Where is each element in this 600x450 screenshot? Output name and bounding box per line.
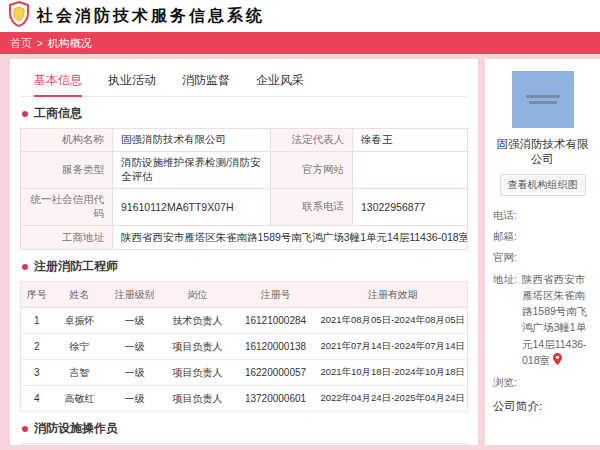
tab-basic-info[interactable]: 基本信息 <box>34 72 82 97</box>
table-row: 1 卓振怀 一级 技术负责人 16121000284 2021年08月05日-2… <box>21 308 468 334</box>
col-name: 姓名 <box>53 444 109 446</box>
address-label: 地址: <box>493 271 522 370</box>
bullet-dot-icon <box>22 264 28 270</box>
cell-name: 徐宁 <box>53 334 107 360</box>
email-value <box>522 228 592 244</box>
col-name: 姓名 <box>53 282 107 308</box>
website-label: 官网: <box>493 249 522 265</box>
cell-no: 2 <box>21 334 53 360</box>
address-label: 工商地址 <box>21 226 113 250</box>
section-business-info-title: 工商信息 <box>34 105 82 122</box>
cell-position: 技术负责人 <box>163 308 233 334</box>
views-value <box>522 374 592 390</box>
cell-level: 一级 <box>107 308 163 334</box>
cell-validity: 2021年07月14日-2024年07月14日 <box>319 334 468 360</box>
table-row: 2 徐宁 一级 项目负责人 16120000138 2021年07月14日-20… <box>21 334 468 360</box>
table-header-row: 序号 姓名 职业资格证书 证书编号 职业资格 创建日期 <box>21 444 468 446</box>
breadcrumb-current: 机构概况 <box>48 36 92 51</box>
sidebar-company-name: 固强消防技术有限公司 <box>493 137 592 167</box>
cell-reg-no: 16120000138 <box>233 334 319 360</box>
content-area: 基本信息 执业活动 消防监督 企业风采 工商信息 机构名称 固强消防技术有限公司… <box>0 54 600 445</box>
bullet-dot-icon <box>22 426 28 432</box>
page-title: 社会消防技术服务信息系统 <box>37 6 265 27</box>
cell-name: 卓振怀 <box>53 308 107 334</box>
logo-placeholder-text-line <box>526 95 560 98</box>
sidebar-phone-row: 电话: <box>493 207 592 223</box>
cell-reg-no: 16121000284 <box>233 308 319 334</box>
company-profile-label: 公司简介: <box>493 399 592 414</box>
operators-table: 序号 姓名 职业资格证书 证书编号 职业资格 创建日期 1 戴文强 四级/中级技… <box>20 443 468 445</box>
cell-name: 高敬红 <box>53 386 107 412</box>
cell-reg-no: 16220000057 <box>233 360 319 386</box>
legal-rep-label: 法定代表人 <box>271 129 353 152</box>
cell-position: 项目负责人 <box>163 386 233 412</box>
address-text: 陕西省西安市雁塔区朱雀南路1589号南飞鸿广场3幢1单元14层11436-018… <box>522 273 587 366</box>
website-value <box>522 249 592 265</box>
cell-name: 吉智 <box>53 360 107 386</box>
address-value: 陕西省西安市雁塔区朱雀南路1589号南飞鸿广场3幢1单元14层11436-018… <box>522 271 592 370</box>
cell-validity: 2021年08月05日-2024年08月05日 <box>319 308 468 334</box>
credit-code-label: 统一社会信用代码 <box>21 189 113 226</box>
col-cert-no: 证书编号 <box>201 444 313 446</box>
cell-validity: 2021年10月18日-2024年10月18日 <box>319 360 468 386</box>
location-pin-icon[interactable] <box>553 355 562 367</box>
breadcrumb-home-link[interactable]: 首页 <box>10 36 32 51</box>
section-engineers: 注册消防工程师 <box>22 258 468 275</box>
service-type-label: 服务类型 <box>21 152 113 189</box>
col-cert-level: 职业资格证书 <box>109 444 201 446</box>
view-org-chart-button[interactable]: 查看机构组织图 <box>500 174 586 196</box>
engineers-table: 序号 姓名 注册级别 岗位 注册号 注册有效期 1 卓振怀 一级 技术负责人 1… <box>20 281 468 412</box>
cell-no: 3 <box>21 360 53 386</box>
table-row: 3 吉智 一级 项目负责人 16220000057 2021年10月18日-20… <box>21 360 468 386</box>
col-level: 注册级别 <box>107 282 163 308</box>
shield-logo-icon <box>8 1 30 31</box>
cell-position: 项目负责人 <box>163 360 233 386</box>
col-qualification: 职业资格 <box>313 444 405 446</box>
breadcrumb-separator: > <box>37 38 43 49</box>
service-type-value: 消防设施维护保养检测/消防安全评估 <box>113 152 271 189</box>
col-validity: 注册有效期 <box>319 282 468 308</box>
cell-position: 项目负责人 <box>163 334 233 360</box>
views-label: 浏览: <box>493 374 522 390</box>
cell-level: 一级 <box>107 360 163 386</box>
phone-value <box>522 207 592 223</box>
sidebar-views-row: 浏览: <box>493 374 592 390</box>
section-operators: 消防设施操作员 <box>22 420 468 437</box>
cell-no: 4 <box>21 386 53 412</box>
cell-no: 1 <box>21 308 53 334</box>
phone-value: 13022956877 <box>353 189 468 226</box>
tab-fire-supervision[interactable]: 消防监督 <box>182 72 230 96</box>
company-logo-placeholder <box>512 71 574 128</box>
tab-bar: 基本信息 执业活动 消防监督 企业风采 <box>20 65 468 97</box>
phone-label: 电话: <box>493 207 522 223</box>
email-label: 邮箱: <box>493 228 522 244</box>
credit-code-value: 91610112MA6TT9X07H <box>113 189 271 226</box>
app-header: 社会消防技术服务信息系统 <box>0 0 600 32</box>
cell-level: 一级 <box>107 386 163 412</box>
section-business-info: 工商信息 <box>22 105 468 122</box>
org-name-value: 固强消防技术有限公司 <box>113 129 271 152</box>
cell-validity: 2022年04月24日-2025年04月24日 <box>319 386 468 412</box>
col-reg-no: 注册号 <box>233 282 319 308</box>
section-operators-title: 消防设施操作员 <box>34 420 118 437</box>
cell-level: 一级 <box>107 334 163 360</box>
legal-rep-value: 徐春王 <box>353 129 468 152</box>
col-no: 序号 <box>21 282 53 308</box>
logo-placeholder-text-line <box>529 101 557 104</box>
main-panel: 基本信息 执业活动 消防监督 企业风采 工商信息 机构名称 固强消防技术有限公司… <box>10 59 478 445</box>
sidebar-address-row: 地址: 陕西省西安市雁塔区朱雀南路1589号南飞鸿广场3幢1单元14层11436… <box>493 271 592 370</box>
company-sidebar: 固强消防技术有限公司 查看机构组织图 电话: 邮箱: 官网: 地址: 陕西省西安… <box>485 59 600 445</box>
org-name-label: 机构名称 <box>21 129 113 152</box>
col-created: 创建日期 <box>405 444 468 446</box>
business-info-table: 机构名称 固强消防技术有限公司 法定代表人 徐春王 服务类型 消防设施维护保养检… <box>20 128 468 250</box>
cell-reg-no: 13720000601 <box>233 386 319 412</box>
table-header-row: 序号 姓名 注册级别 岗位 注册号 注册有效期 <box>21 282 468 308</box>
tab-practice-activity[interactable]: 执业活动 <box>108 72 156 96</box>
bullet-dot-icon <box>22 111 28 117</box>
col-position: 岗位 <box>163 282 233 308</box>
tab-company-gallery[interactable]: 企业风采 <box>256 72 304 96</box>
website-value <box>353 152 468 189</box>
breadcrumb: 首页 > 机构概况 <box>0 32 600 54</box>
phone-label: 联系电话 <box>271 189 353 226</box>
col-no: 序号 <box>21 444 53 446</box>
